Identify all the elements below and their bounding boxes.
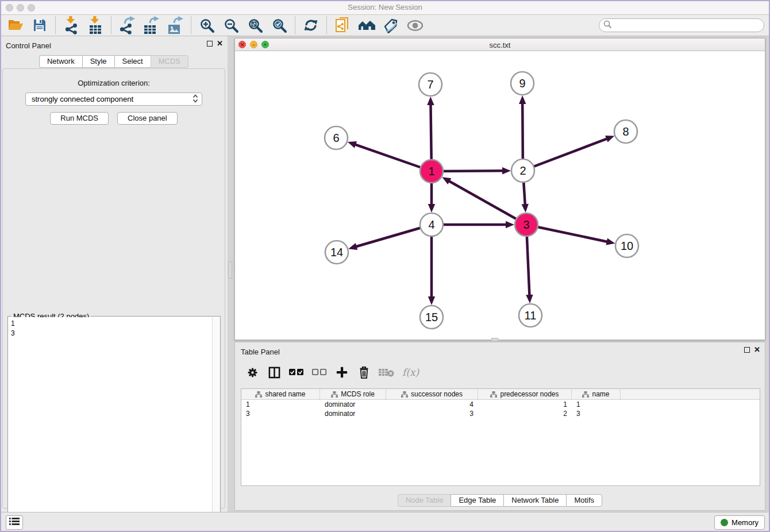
vertical-splitter-handle[interactable] xyxy=(228,261,232,279)
network-file-icon[interactable] xyxy=(330,16,355,35)
add-icon[interactable] xyxy=(335,364,349,381)
column-header-successor-nodes[interactable]: successor nodes xyxy=(386,389,478,399)
control-panel: Control Panel ✕ NetworkStyleSelectMCDS O… xyxy=(0,36,228,512)
refresh-network-icon[interactable] xyxy=(299,16,323,35)
table-row[interactable]: 1dominator411 xyxy=(241,400,760,409)
toolbar-separator xyxy=(326,17,327,34)
table-cell[interactable]: 3 xyxy=(241,409,320,418)
function-icon: f(x) xyxy=(402,364,419,381)
memory-label: Memory xyxy=(732,518,759,527)
graph-edge-2-8[interactable] xyxy=(523,138,607,171)
float-panel-icon[interactable] xyxy=(207,41,213,47)
home-icon[interactable] xyxy=(355,16,379,35)
result-scrollbar[interactable] xyxy=(212,317,220,532)
tab-select[interactable]: Select xyxy=(114,55,151,68)
table-cell[interactable]: 4 xyxy=(386,400,478,409)
zoom-fit-icon[interactable] xyxy=(243,16,267,35)
table-cell[interactable]: 3 xyxy=(572,409,621,418)
stepper-icon xyxy=(192,94,198,105)
network-window-title: scc.txt xyxy=(235,41,765,49)
column-header-name[interactable]: name xyxy=(572,389,621,399)
control-panel-title: Control Panel xyxy=(6,41,51,50)
import-table-icon[interactable] xyxy=(83,16,107,35)
trash-icon[interactable] xyxy=(357,364,371,381)
close-panel-button[interactable]: Close panel xyxy=(117,112,178,125)
export-table-icon[interactable] xyxy=(139,16,163,35)
network-view-window: ✕ – + scc.txt 7968124314101511 xyxy=(234,38,765,340)
column-header-predecessor-nodes[interactable]: predecessor nodes xyxy=(478,389,572,399)
zoom-in-icon[interactable] xyxy=(195,16,219,35)
tab-network[interactable]: Network xyxy=(39,55,82,68)
zoom-selected-icon[interactable] xyxy=(267,16,291,35)
control-panel-tabs: NetworkStyleSelectMCDS xyxy=(0,55,228,68)
tab-node-table[interactable]: Node Table xyxy=(398,494,451,507)
graph-node-label: 1 xyxy=(428,165,434,178)
save-icon[interactable] xyxy=(28,16,52,35)
eye-icon[interactable] xyxy=(403,16,427,35)
column-header-shared-name[interactable]: shared name xyxy=(241,389,320,399)
memory-status-icon xyxy=(721,519,728,526)
table-panel-tabs: Node TableEdge TableNetwork TableMotifs xyxy=(235,494,765,507)
table-cell[interactable]: 1 xyxy=(478,400,572,409)
graph-node-label: 7 xyxy=(427,78,433,91)
edge-arrowhead xyxy=(348,141,357,148)
node-table-body: 1dominator4113dominator323 xyxy=(241,400,760,418)
table-cell[interactable]: dominator xyxy=(320,400,386,409)
toolbar-separator xyxy=(111,17,111,34)
tab-motifs[interactable]: Motifs xyxy=(566,494,602,507)
search-field[interactable] xyxy=(599,18,764,32)
zoom-out-icon[interactable] xyxy=(219,16,243,35)
table-row[interactable]: 3dominator323 xyxy=(241,409,760,418)
graph-edge-3-1[interactable] xyxy=(449,181,526,225)
tab-mcds[interactable]: MCDS xyxy=(151,55,188,68)
search-icon xyxy=(603,20,612,31)
tab-network-table[interactable]: Network Table xyxy=(503,494,566,507)
app-titlebar: Session: New Session xyxy=(0,0,770,15)
open-folder-icon[interactable] xyxy=(3,16,28,35)
tab-style[interactable]: Style xyxy=(82,55,114,68)
mcds-result-text[interactable]: 1 3 xyxy=(8,317,212,532)
float-panel-icon[interactable] xyxy=(744,347,750,353)
node-table-header: shared nameMCDS rolesuccessor nodesprede… xyxy=(241,389,760,400)
export-network-icon[interactable] xyxy=(115,16,139,35)
graph-edge-3-10[interactable] xyxy=(526,225,608,242)
task-history-button[interactable] xyxy=(6,515,23,530)
export-image-icon[interactable] xyxy=(163,16,187,35)
horizontal-splitter-handle[interactable] xyxy=(491,338,498,341)
table-cell[interactable]: 1 xyxy=(572,400,621,409)
close-panel-icon[interactable]: ✕ xyxy=(217,41,223,47)
style-label-icon[interactable] xyxy=(379,16,403,35)
graph-node-label: 11 xyxy=(525,309,537,322)
table-cell[interactable]: 1 xyxy=(241,400,320,409)
tab-edge-table[interactable]: Edge Table xyxy=(451,494,503,507)
column-header-MCDS-role[interactable]: MCDS role xyxy=(320,389,386,399)
edge-arrowhead xyxy=(526,295,533,303)
network-window-titlebar[interactable]: ✕ – + scc.txt xyxy=(235,38,765,51)
network-graph[interactable]: 7968124314101511 xyxy=(235,51,765,340)
edge-arrowhead xyxy=(506,221,514,228)
deselect-all-checkbox-icon[interactable] xyxy=(312,364,327,381)
edge-arrowhead xyxy=(428,204,435,213)
edge-arrowhead xyxy=(519,95,526,104)
table-cell[interactable]: 3 xyxy=(386,409,478,418)
table-cell[interactable]: dominator xyxy=(320,409,386,418)
gear-icon[interactable] xyxy=(245,364,259,381)
edge-arrowhead xyxy=(502,167,511,174)
table-cell[interactable]: 2 xyxy=(478,409,572,418)
memory-button[interactable]: Memory xyxy=(714,515,765,530)
edge-arrowhead xyxy=(522,204,529,213)
search-input[interactable] xyxy=(612,20,764,30)
close-panel-icon[interactable]: ✕ xyxy=(754,347,760,353)
edge-arrowhead xyxy=(427,97,434,105)
columns-icon[interactable] xyxy=(267,364,281,381)
table-panel: Table Panel ✕ f(x) shared xyxy=(234,342,765,511)
delete-table-icon xyxy=(379,364,394,381)
graph-node-label: 3 xyxy=(523,218,529,231)
select-all-checkbox-icon[interactable] xyxy=(289,364,304,381)
toolbar-separator xyxy=(295,17,295,34)
optimization-select[interactable]: strongly connected component xyxy=(25,92,202,106)
import-network-icon[interactable] xyxy=(59,16,83,35)
edge-arrowhead xyxy=(348,243,357,250)
toolbar-separator xyxy=(55,17,56,34)
run-mcds-button[interactable]: Run MCDS xyxy=(50,112,109,125)
